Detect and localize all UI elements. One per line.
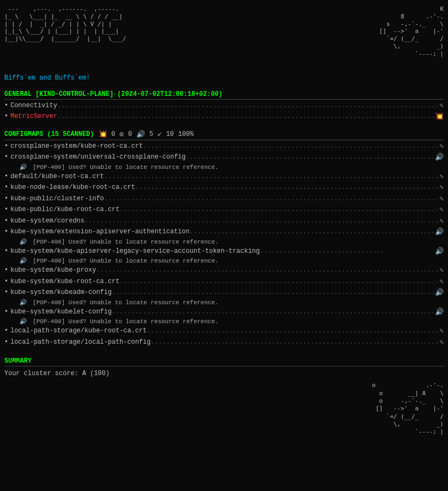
list-item: • kube-system/kubelet-config ...........… bbox=[4, 307, 444, 318]
row-icon: ✎ bbox=[439, 326, 444, 337]
row-icon: 🔊 bbox=[435, 227, 444, 238]
speaker-icon: 🔊 bbox=[136, 130, 145, 139]
list-item: • kube-public/kube-root-ca.crt .........… bbox=[4, 205, 444, 215]
row-icon: 🔊 bbox=[435, 152, 444, 163]
gear-icon: ⚙ bbox=[120, 130, 124, 139]
metricserver-label: MetricServer bbox=[10, 112, 57, 121]
row-icon: ✎ bbox=[439, 172, 444, 182]
sub-speaker-icon: 🔊 bbox=[19, 258, 27, 264]
sub-message: 🔊 [POP-400] Used? Unable to locate resou… bbox=[19, 238, 444, 245]
list-item: • crossplane-system/universal-crossplane… bbox=[4, 152, 444, 163]
general-divider bbox=[4, 99, 444, 100]
list-item: • kube-system/kube-proxy ...............… bbox=[4, 265, 444, 276]
list-item: • kube-system/extension-apiserver-authen… bbox=[4, 227, 444, 238]
general-section-title: GENERAL [KIND-CONTROL-PLANE] (2024-07-02… bbox=[4, 90, 444, 98]
connectivity-dots: ........................................… bbox=[57, 101, 439, 110]
speaker-count: 5 bbox=[149, 130, 153, 138]
check-count: 10 bbox=[166, 130, 174, 138]
row-icon: ✎ bbox=[439, 194, 444, 205]
list-item: • local-path-storage/local-path-config .… bbox=[4, 337, 444, 348]
row-icon: 🔊 bbox=[435, 307, 444, 318]
footer-ascii: o .-'-. o __| A \ o -,-`-._ \ [] -->' a … bbox=[4, 382, 444, 436]
configmaps-divider bbox=[4, 140, 444, 140]
row-icon: ✎ bbox=[439, 141, 444, 152]
list-item: • kube-system/coredns ..................… bbox=[4, 216, 444, 227]
row-icon: ✎ bbox=[439, 182, 444, 193]
list-item: • crossplane-system/kube-root-ca.crt ...… bbox=[4, 141, 444, 152]
footer-ascii-art: o .-'-. o __| A \ o -,-`-._ \ [] -->' a … bbox=[372, 382, 444, 436]
bullet: • bbox=[4, 101, 8, 110]
sub-message: 🔊 [POP-400] Used? Unable to locate resou… bbox=[19, 163, 444, 171]
summary-divider bbox=[4, 366, 444, 366]
connectivity-row: • Connectivity .........................… bbox=[4, 101, 444, 112]
list-item: • default/kube-root-ca.crt .............… bbox=[4, 172, 444, 182]
row-icon: ✎ bbox=[439, 216, 444, 227]
ascii-art-left: --- ,---. ,------. ,-----. |_ \ \___| |_… bbox=[4, 5, 130, 73]
metricserver-row: • MetricServer .........................… bbox=[4, 112, 444, 122]
sub-message: 🔊 [POP-400] Used? Unable to locate resou… bbox=[19, 257, 444, 264]
sub-speaker-icon: 🔊 bbox=[19, 164, 27, 171]
configmaps-section: CONFIGMAPS (15 SCANNED) 💥 0 ⚙ 0 🔊 5 ✔ 10… bbox=[4, 130, 444, 348]
configmaps-title: CONFIGMAPS (15 SCANNED) bbox=[4, 130, 94, 138]
sub-message: 🔊 [POP-400] Used? Unable to locate resou… bbox=[19, 299, 444, 306]
tagline: Biffs`em and Buffs`em! bbox=[4, 74, 444, 82]
metricserver-dots: ........................................… bbox=[57, 112, 434, 121]
list-item: • kube-system/kube-apiserver-legacy-serv… bbox=[4, 246, 444, 257]
list-item: • kube-public/cluster-info .............… bbox=[4, 194, 444, 205]
gear-count: 0 bbox=[128, 130, 132, 138]
row-icon: ✎ bbox=[439, 205, 444, 215]
connectivity-icon: ✎ bbox=[439, 101, 444, 112]
check-icon: ✔ bbox=[157, 130, 162, 139]
list-item: • kube-system/kube-root-ca.crt .........… bbox=[4, 277, 444, 287]
row-icon: 🔊 bbox=[435, 287, 444, 298]
sub-speaker-icon: 🔊 bbox=[19, 318, 27, 325]
sub-speaker-icon: 🔊 bbox=[19, 299, 27, 306]
row-icon: 🔊 bbox=[435, 246, 444, 257]
header-section: --- ,---. ,------. ,-----. |_ \ \___| |_… bbox=[4, 5, 444, 82]
connectivity-label: Connectivity bbox=[10, 101, 57, 110]
sub-message: 🔊 [POP-400] Used? Unable to locate resou… bbox=[19, 318, 444, 325]
ascii-art-right: K 8 .-'-. s -,-`-._ \ [] -->' a |-' `=/ … bbox=[379, 5, 444, 73]
sub-speaker-icon: 🔊 bbox=[19, 239, 27, 245]
explosion-count: 0 bbox=[111, 130, 115, 138]
percent-badge: 100% bbox=[178, 130, 194, 138]
list-item: • kube-system/kubeadm-config ...........… bbox=[4, 287, 444, 298]
row-icon: ✎ bbox=[439, 337, 444, 348]
metricserver-icon: 💥 bbox=[435, 112, 444, 122]
configmaps-header: CONFIGMAPS (15 SCANNED) 💥 0 ⚙ 0 🔊 5 ✔ 10… bbox=[4, 130, 444, 139]
summary-title: SUMMARY bbox=[4, 357, 444, 365]
row-icon: ✎ bbox=[439, 277, 444, 287]
explosion-icon: 💥 bbox=[98, 130, 107, 139]
bullet: • bbox=[4, 112, 8, 121]
summary-section: SUMMARY Your cluster score: A (100) bbox=[4, 357, 444, 377]
summary-score: Your cluster score: A (100) bbox=[4, 370, 444, 377]
general-section: GENERAL [KIND-CONTROL-PLANE] (2024-07-02… bbox=[4, 90, 444, 122]
list-item: • kube-node-lease/kube-root-ca.crt .....… bbox=[4, 182, 444, 193]
list-item: • local-path-storage/kube-root-ca.crt ..… bbox=[4, 326, 444, 337]
row-icon: ✎ bbox=[439, 265, 444, 276]
